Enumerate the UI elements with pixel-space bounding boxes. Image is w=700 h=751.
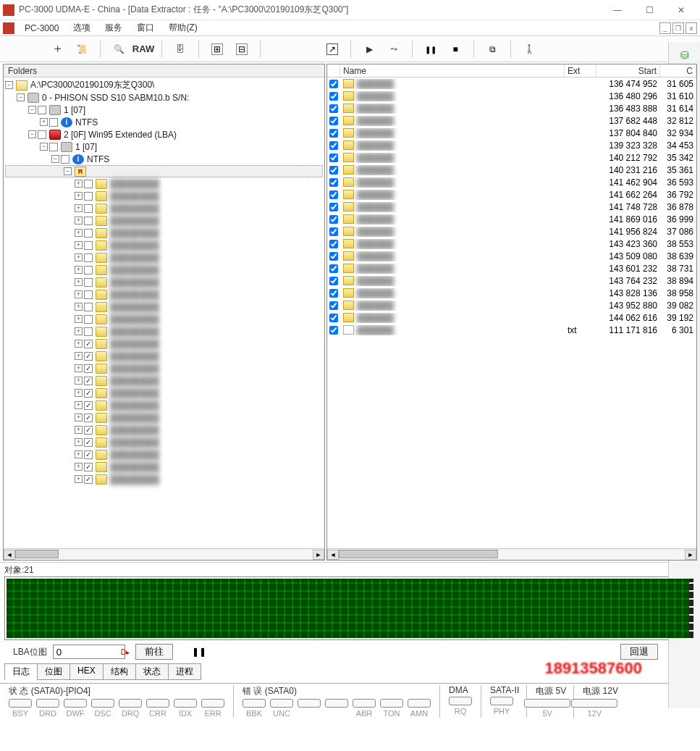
row-checkbox[interactable] [329,277,338,285]
tree-node[interactable]: +████████ [5,239,323,251]
file-row[interactable]: ██████143 601 23238 731 [327,262,696,274]
scroll-right-button[interactable]: ► [313,550,324,560]
tree-node[interactable]: +✓████████ [5,387,323,399]
scroll-right-button[interactable]: ► [685,550,696,560]
tree-node[interactable]: +✓████████ [5,350,323,362]
scroll-left-button[interactable]: ◄ [4,550,15,560]
file-row[interactable]: ██████136 474 95231 605 [327,77,696,90]
tree-node[interactable]: +████████ [5,214,323,227]
tree-node[interactable]: +████████ [5,177,323,190]
tool-play-button[interactable] [358,39,380,59]
tree-node[interactable]: −​​​​​​ [5,165,323,177]
row-checkbox[interactable] [329,301,338,310]
row-checkbox[interactable] [329,252,338,261]
file-row[interactable]: ██████140 231 21635 361 [327,164,696,176]
tree-node[interactable]: +✓████████ [5,337,323,350]
row-checkbox[interactable] [329,141,338,150]
row-checkbox[interactable] [329,264,338,273]
menu-options[interactable]: 选项 [67,20,96,35]
tree-node[interactable]: +✓████████ [5,374,323,387]
tool-log-button[interactable] [71,39,93,59]
file-list-body[interactable]: ██████136 474 95231 605██████136 480 296… [327,77,696,548]
row-checkbox[interactable] [329,326,338,335]
file-row[interactable]: ██████143 509 08038 639 [327,250,696,262]
row-checkbox[interactable] [329,314,338,322]
file-list-header[interactable]: Name Ext Start C [327,64,696,77]
file-row[interactable]: ██████139 323 32834 453 [327,139,696,151]
close-button[interactable]: ✕ [665,0,697,20]
dock-drive-button[interactable]: ⛁ [676,46,693,64]
file-row[interactable]: ██████143 423 36038 553 [327,238,696,250]
row-checkbox[interactable] [329,129,338,138]
tree-node[interactable]: +✓████████ [5,436,323,448]
maximize-button[interactable]: ☐ [633,0,665,20]
tool-exit-button[interactable] [518,39,540,59]
file-row[interactable]: ██████txt111 171 8166 301 [327,324,696,336]
tool-db-button[interactable] [169,39,191,59]
tree-node[interactable]: −0 - PHISON SSD S10 SABM10.b S/N: [5,91,323,104]
tab-日志[interactable]: 日志 [4,663,38,680]
left-hscroll[interactable]: ◄ ► [4,548,324,560]
tab-结构[interactable]: 结构 [103,663,136,680]
lba-input[interactable] [53,645,125,659]
tree-node[interactable]: +✓████████ [5,461,323,473]
tree-node[interactable]: +████████ [5,190,323,202]
tree-node[interactable]: +████████ [5,251,323,264]
file-row[interactable]: ██████137 682 44832 812 [327,114,696,127]
file-row[interactable]: ██████144 062 61639 192 [327,311,696,324]
file-row[interactable]: ██████141 956 82437 086 [327,225,696,238]
tree-node[interactable]: +████████ [5,325,323,337]
tool-tree1-button[interactable] [206,39,228,59]
tool-stop-button[interactable] [444,39,466,59]
tree-node[interactable]: +✓████████ [5,448,323,461]
row-checkbox[interactable] [329,104,338,113]
tab-HEX[interactable]: HEX [69,663,104,680]
mdi-close-button[interactable]: x [686,22,697,34]
folder-tree[interactable]: −A:\PC3000\20190109东芝Q300\−0 - PHISON SS… [4,77,324,548]
file-row[interactable]: ██████141 662 26436 792 [327,188,696,201]
tab-进程[interactable]: 进程 [168,663,201,680]
row-checkbox[interactable] [329,166,338,175]
row-checkbox[interactable] [329,117,338,125]
row-checkbox[interactable] [329,240,338,248]
menu-window[interactable]: 窗口 [131,20,160,35]
row-checkbox[interactable] [329,178,338,187]
row-checkbox[interactable] [329,215,338,224]
file-row[interactable]: ██████143 828 13638 958 [327,287,696,299]
tool-raw-button[interactable]: RAW [132,39,154,59]
tree-node[interactable]: +████████ [5,301,323,313]
bitmap-pause-icon[interactable]: ❚❚ [192,647,206,657]
tree-node[interactable]: +████████ [5,227,323,239]
tree-node[interactable]: +████████ [5,288,323,301]
tree-node[interactable]: −1 [07] [5,140,323,153]
row-checkbox[interactable] [329,203,338,211]
row-checkbox[interactable] [329,154,338,162]
minimize-button[interactable]: — [602,0,633,20]
tree-node[interactable]: +████████ [5,313,323,325]
tool-tree2-button[interactable] [231,39,253,59]
tree-node[interactable]: +NTFS [5,116,323,128]
tool-export-button[interactable] [321,39,343,59]
row-checkbox[interactable] [329,190,338,199]
scroll-left-button[interactable]: ◄ [327,550,339,560]
tree-node[interactable]: +✓████████ [5,411,323,424]
file-row[interactable]: ██████143 764 23238 894 [327,274,696,287]
file-row[interactable]: ██████137 804 84032 934 [327,127,696,139]
tree-node[interactable]: −NTFS [5,153,323,165]
tree-node[interactable]: +✓████████ [5,473,323,485]
file-row[interactable]: ██████141 748 72836 878 [327,201,696,213]
tree-node[interactable]: +✓████████ [5,424,323,436]
tree-node[interactable]: −A:\PC3000\20190109东芝Q300\ [5,79,323,91]
row-checkbox[interactable] [329,289,338,298]
col-start[interactable]: Start [596,64,660,77]
mdi-restore-button[interactable]: ❐ [672,22,684,34]
file-row[interactable]: ██████141 869 01636 999 [327,213,696,225]
tool-step-button[interactable] [383,39,405,59]
tool-pause-button[interactable] [420,39,442,59]
tool-copy-button[interactable] [481,39,503,59]
back-button[interactable]: 回退 [620,644,658,660]
go-button[interactable]: 前往 [135,644,173,660]
tree-node[interactable]: +✓████████ [5,362,323,374]
tree-node[interactable]: −1 [07] [5,104,323,116]
tree-node[interactable]: −2 [0F] Win95 Extended (LBA) [5,128,323,140]
